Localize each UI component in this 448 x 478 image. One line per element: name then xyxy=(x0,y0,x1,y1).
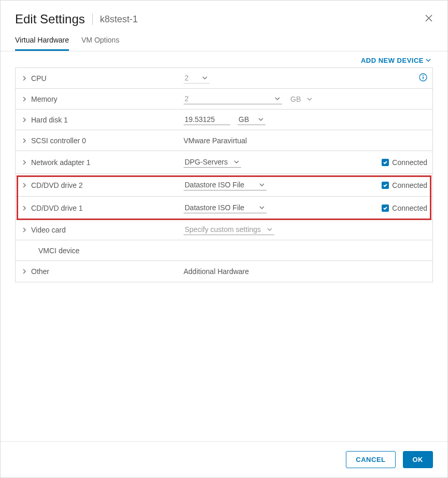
cd2-value: Datastore ISO File xyxy=(185,181,244,189)
cd2-connected-label: Connected xyxy=(392,181,427,189)
expand-cd1[interactable] xyxy=(21,206,28,211)
chevron-down-icon xyxy=(258,115,263,124)
row-cpu: CPU 2 xyxy=(16,68,432,89)
cd1-connected-label: Connected xyxy=(392,204,427,212)
row-video-card: Video card Specify custom settings xyxy=(16,220,432,240)
label-scsi0: SCSI controller 0 xyxy=(28,136,184,145)
net1-connected-checkbox[interactable] xyxy=(382,159,389,166)
toolbar: ADD NEW DEVICE xyxy=(1,51,447,67)
edit-settings-dialog: Edit Settings k8stest-1 Virtual Hardware… xyxy=(0,0,448,478)
svg-point-1 xyxy=(423,75,424,76)
cd2-select[interactable]: Datastore ISO File xyxy=(184,180,267,190)
net1-select[interactable]: DPG-Servers xyxy=(184,157,241,168)
tabs: Virtual Hardware VM Options xyxy=(1,36,447,51)
info-icon[interactable] xyxy=(419,73,427,84)
cd1-select[interactable]: Datastore ISO File xyxy=(184,202,267,213)
dialog-header: Edit Settings k8stest-1 xyxy=(1,1,447,36)
memory-unit: GB xyxy=(290,95,301,103)
spacer xyxy=(1,282,447,441)
video-select[interactable]: Specify custom settings xyxy=(184,224,274,235)
memory-value-select[interactable]: 2 xyxy=(184,93,282,104)
disk1-unit: GB xyxy=(239,115,249,124)
dialog-subtitle: k8stest-1 xyxy=(100,14,138,25)
svg-rect-2 xyxy=(423,76,424,79)
cd2-connected-checkbox[interactable] xyxy=(382,182,389,189)
memory-value: 2 xyxy=(185,94,189,103)
row-scsi-0: SCSI controller 0 VMware Paravirtual xyxy=(16,130,432,151)
add-new-device-button[interactable]: ADD NEW DEVICE xyxy=(361,57,431,64)
label-disk1: Hard disk 1 xyxy=(28,116,184,124)
label-cpu: CPU xyxy=(28,74,184,83)
dialog-title: Edit Settings xyxy=(15,12,85,26)
row-vmci-device: VMCI device xyxy=(16,240,432,261)
chevron-down-icon xyxy=(267,225,272,234)
expand-net1[interactable] xyxy=(21,160,28,165)
chevron-down-icon xyxy=(259,203,264,212)
label-other: Other xyxy=(28,267,184,276)
cd1-connected-checkbox[interactable] xyxy=(382,204,389,212)
video-value: Specify custom settings xyxy=(185,225,261,234)
expand-other[interactable] xyxy=(21,269,28,274)
row-network-adapter-1: Network adapter 1 DPG-Servers Connected xyxy=(16,151,432,174)
disk1-unit-select[interactable]: GB xyxy=(237,114,265,125)
label-memory: Memory xyxy=(28,95,184,103)
other-value: Additional Hardware xyxy=(184,267,249,276)
row-hard-disk-1: Hard disk 1 GB xyxy=(16,110,432,130)
close-icon[interactable] xyxy=(425,14,433,24)
chevron-down-icon xyxy=(259,181,264,189)
expand-scsi0[interactable] xyxy=(21,138,28,143)
cancel-button[interactable]: CANCEL xyxy=(346,451,395,468)
title-divider xyxy=(92,13,93,25)
net1-value: DPG-Servers xyxy=(185,158,228,166)
tab-vm-options[interactable]: VM Options xyxy=(81,36,119,51)
dialog-footer: CANCEL OK xyxy=(1,441,447,477)
label-cd2: CD/DVD drive 2 xyxy=(28,181,184,189)
add-new-device-label: ADD NEW DEVICE xyxy=(361,57,424,64)
label-vmci: VMCI device xyxy=(28,247,184,255)
expand-cpu[interactable] xyxy=(21,76,28,81)
scsi0-value: VMware Paravirtual xyxy=(184,136,247,145)
net1-connected-label: Connected xyxy=(392,158,427,167)
chevron-down-icon xyxy=(426,57,431,64)
chevron-down-icon xyxy=(234,158,239,166)
cd1-value: Datastore ISO File xyxy=(185,203,244,212)
label-video: Video card xyxy=(28,226,184,234)
row-cd-dvd-drive-1: CD/DVD drive 1 Datastore ISO File Connec… xyxy=(16,197,432,220)
row-other: Other Additional Hardware xyxy=(16,261,432,282)
expand-cd2[interactable] xyxy=(21,183,28,188)
expand-memory[interactable] xyxy=(21,97,28,102)
expand-video[interactable] xyxy=(21,227,28,233)
chevron-down-icon xyxy=(275,94,280,103)
chevron-down-icon xyxy=(202,74,207,82)
label-net1: Network adapter 1 xyxy=(28,158,184,167)
ok-button[interactable]: OK xyxy=(403,451,433,468)
expand-disk1[interactable] xyxy=(21,117,28,122)
label-cd1: CD/DVD drive 1 xyxy=(28,204,184,212)
cpu-count-value: 2 xyxy=(185,74,189,82)
row-cd-dvd-drive-2: CD/DVD drive 2 Datastore ISO File Connec… xyxy=(16,174,432,197)
memory-unit-select[interactable]: GB xyxy=(289,94,314,104)
cpu-count-select[interactable]: 2 xyxy=(184,73,209,84)
chevron-down-icon xyxy=(307,95,312,103)
disk1-size-input[interactable] xyxy=(184,114,230,125)
hardware-grid: CPU 2 Memory 2 GB xyxy=(15,67,433,282)
row-memory: Memory 2 GB xyxy=(16,89,432,110)
tab-virtual-hardware[interactable]: Virtual Hardware xyxy=(15,36,69,51)
